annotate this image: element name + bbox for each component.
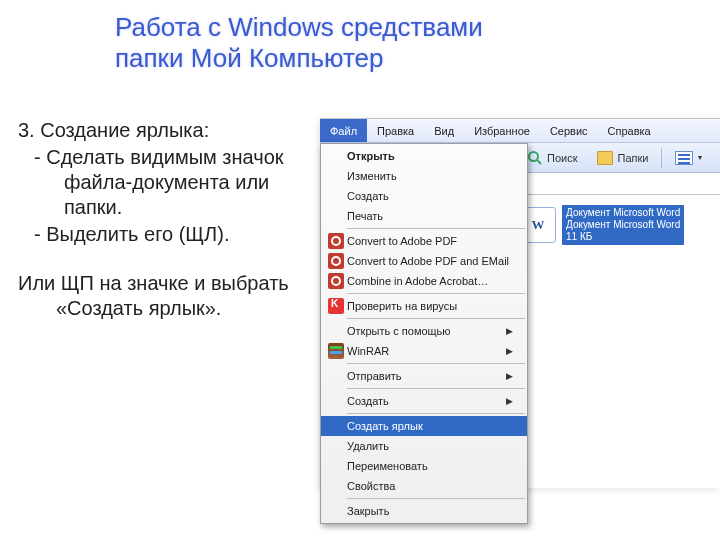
toolbar-search-button[interactable]: Поиск [520,147,584,169]
menu-favorites[interactable]: Избранное [464,119,540,142]
adobe-pdf-icon [328,253,344,269]
menu-item-send-to[interactable]: Отправить▶ [321,366,527,386]
search-icon [527,150,543,166]
menu-item-open-with[interactable]: Открыть с помощью▶ [321,321,527,341]
menu-item-winrar[interactable]: WinRAR▶ [321,341,527,361]
menu-item-delete[interactable]: Удалить [321,436,527,456]
submenu-arrow-icon: ▶ [506,371,513,381]
menu-item-virus-scan[interactable]: Проверить на вирусы [321,296,527,316]
toolbar-folders-button[interactable]: Папки [590,148,655,168]
files-pane[interactable]: W Документ Microsoft Word Документ Micro… [510,195,720,488]
file-label: Документ Microsoft Word Документ Microso… [562,205,684,245]
menu-view[interactable]: Вид [424,119,464,142]
menu-edit[interactable]: Правка [367,119,424,142]
menu-item-close[interactable]: Закрыть [321,501,527,521]
bullet-2: - Выделить его (ЩЛ). [26,222,298,247]
file-menu-dropdown: Открыть Изменить Создать Печать Convert … [320,143,528,524]
adobe-pdf-icon [328,273,344,289]
menu-item-rename[interactable]: Переименовать [321,456,527,476]
menu-separator [347,318,525,319]
menu-item-open[interactable]: Открыть [321,146,527,166]
toolbar-folders-label: Папки [617,152,648,164]
menu-item-convert-pdf-email[interactable]: Convert to Adobe PDF and EMail [321,251,527,271]
menu-separator [347,363,525,364]
menu-separator [347,293,525,294]
submenu-arrow-icon: ▶ [506,326,513,336]
menu-item-print[interactable]: Печать [321,206,527,226]
toolbar-search-label: Поиск [547,152,577,164]
toolbar-views-button[interactable]: ▾ [668,148,709,168]
menu-help[interactable]: Справка [598,119,661,142]
menu-item-edit[interactable]: Изменить [321,166,527,186]
menu-separator [347,498,525,499]
svg-line-1 [537,160,541,164]
submenu-arrow-icon: ▶ [506,346,513,356]
title-line-1: Работа с Windows средствами [115,12,483,43]
chevron-down-icon: ▾ [698,153,702,162]
title-line-2: папки Мой Компьютер [115,43,483,74]
menu-separator [347,413,525,414]
menu-separator [347,228,525,229]
menu-item-new[interactable]: Создать [321,186,527,206]
folder-icon [597,151,613,165]
submenu-arrow-icon: ▶ [506,396,513,406]
menubar: Файл Правка Вид Избранное Сервис Справка [320,119,720,143]
instruction-text: 3. Создание ярлыка: - Сделать видимым зн… [18,118,298,323]
bullet-1: - Сделать видимым значок файла-документа… [26,145,298,220]
step-heading: 3. Создание ярлыка: [18,118,298,143]
alt-text: Или ЩП на значке и выбрать «Создать ярлы… [18,271,298,321]
winrar-icon [328,343,344,359]
toolbar-separator [661,148,662,168]
antivirus-icon [328,298,344,314]
slide-title: Работа с Windows средствами папки Мой Ко… [115,12,483,74]
menu-item-convert-pdf[interactable]: Convert to Adobe PDF [321,231,527,251]
views-icon [675,151,693,165]
menu-separator [347,388,525,389]
svg-point-0 [529,152,538,161]
menu-item-create-shortcut[interactable]: Создать ярлык [321,416,527,436]
menu-tools[interactable]: Сервис [540,119,598,142]
menu-item-combine-acrobat[interactable]: Combine in Adobe Acrobat… [321,271,527,291]
menu-item-properties[interactable]: Свойства [321,476,527,496]
file-item[interactable]: W Документ Microsoft Word Документ Micro… [520,205,710,245]
explorer-window: Файл Правка Вид Избранное Сервис Справка… [320,118,720,488]
menu-file[interactable]: Файл [320,119,367,142]
adobe-pdf-icon [328,233,344,249]
menu-item-create[interactable]: Создать▶ [321,391,527,411]
